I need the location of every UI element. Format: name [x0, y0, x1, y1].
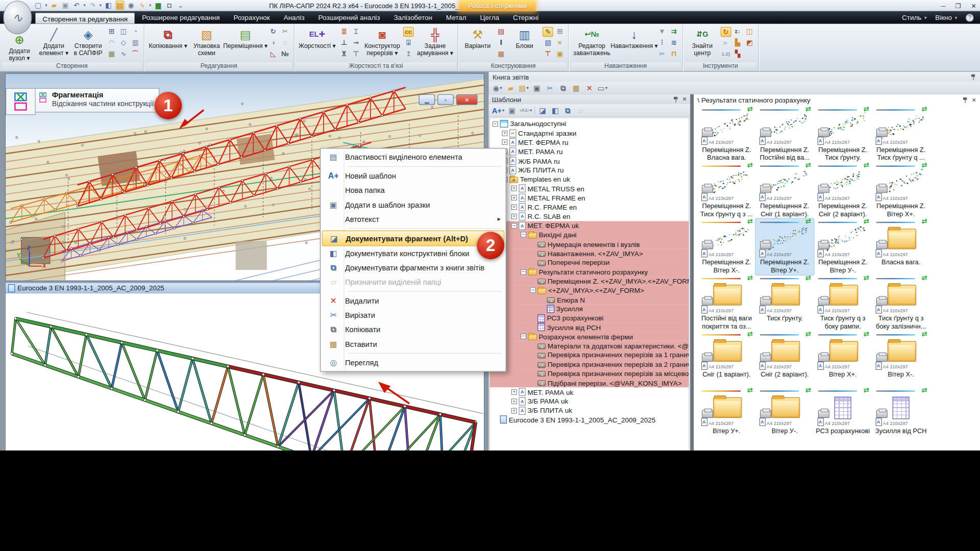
document-report-button[interactable]: ⧉ — [562, 105, 573, 115]
tree-item[interactable]: −ATemplates en uk — [490, 175, 689, 184]
mosaic-icon[interactable]: ◫ — [744, 27, 755, 37]
minimize-button[interactable]: ─ — [941, 2, 946, 9]
app-logo[interactable]: ∿ — [3, 1, 32, 34]
tree-item[interactable]: Зусилля — [490, 304, 689, 313]
tree-item[interactable]: Підібрані перерізи. <@VAR_KONS_IMYA> — [490, 378, 689, 387]
close-icon[interactable]: ✕ — [971, 96, 976, 103]
document-fragment-button[interactable]: ◪ — [537, 105, 548, 115]
copy-scheme-button[interactable]: ⧉Копіювання ▾ — [148, 26, 188, 50]
save-button[interactable]: ▣ — [532, 83, 542, 93]
palette-icon[interactable]: ▚ — [732, 49, 743, 60]
menu-item[interactable]: ▤Властивості виділеного елемента — [322, 150, 505, 164]
menu-item[interactable]: Нова папка — [322, 183, 505, 197]
swap-colors-icon[interactable]: ◩ — [744, 38, 755, 48]
child-close-button[interactable]: ✕ — [456, 94, 478, 105]
tree-item[interactable]: РСЗ розрахункові — [490, 313, 689, 322]
tree-item[interactable]: Поперечні перерізи — [490, 258, 689, 267]
expand-icon[interactable]: + — [511, 408, 517, 413]
tab-створення-та-редагування[interactable]: Створення та редагування — [35, 12, 135, 23]
rotate-icon[interactable]: ↻ — [268, 27, 279, 37]
numbering-icon[interactable]: 1.2) — [720, 49, 731, 60]
pack-scheme-button[interactable]: ▧Упаковкасхеми — [190, 26, 223, 57]
refresh-view-button[interactable]: ↻ — [720, 27, 731, 37]
tab-залізобетон[interactable]: Залізобетон — [387, 11, 439, 23]
print-button[interactable]: ▭▾ — [598, 83, 608, 93]
paste-button[interactable]: ▦ — [571, 83, 581, 93]
child-minimize-button[interactable]: ▁ — [419, 94, 435, 105]
tree-item[interactable]: +AЗ/Б ПЛИТА uk — [490, 406, 689, 415]
report-thumbnail[interactable]: ⇄AA4 210x297Постійні від вагипокриття та… — [698, 275, 756, 331]
cursor-select-icon[interactable]: ▹ — [720, 38, 731, 48]
find-center-button[interactable]: ⇵GЗнайтицентр — [686, 26, 719, 57]
support-icon[interactable]: ⊥ — [339, 38, 350, 48]
collapse-icon[interactable]: − — [493, 121, 498, 127]
report-thumbnail[interactable]: ⇄AA4 210x297Переміщення Z.Тиск ґрунту q … — [872, 106, 930, 162]
cylinder-icon[interactable]: ◫ — [118, 27, 129, 37]
tab-аналіз[interactable]: Аналіз — [277, 11, 311, 23]
move-scheme-button[interactable]: ▤Переміщення ▾ — [225, 26, 266, 50]
report-thumbnail[interactable]: ⇄AA4 210x297Тиск ґрунту q збоку залізнич… — [872, 275, 930, 331]
hammer-variants-button[interactable]: ⚒Варіанти — [461, 26, 494, 50]
rc-section-icon[interactable]: ▤ — [496, 27, 506, 37]
restore-button[interactable]: ❐ — [955, 2, 961, 9]
tree-item[interactable]: −AМЕТ. ФЕРМА uk — [490, 221, 689, 230]
section-builder-button[interactable]: ◙Конструкторперерізів ▾ — [363, 26, 401, 57]
report-thumbnail[interactable]: ⇄AA4 210x297Переміщення Z.Сніг (2 варіан… — [814, 162, 872, 218]
tree-item[interactable]: −Розрахунок елементів ферми — [490, 332, 689, 341]
erase-icon[interactable]: ◺ — [268, 49, 279, 60]
mark-icon[interactable]: ▣ — [554, 49, 565, 60]
close-button[interactable]: ✕ — [971, 2, 976, 9]
spring-icon[interactable]: ≣ — [339, 27, 350, 37]
distributed-load-icon[interactable]: ⫶ — [657, 38, 668, 48]
report-thumbnail[interactable]: ⇄AA4 210x297Переміщення Z.Вітер У+. — [755, 219, 814, 275]
collapse-icon[interactable]: − — [521, 269, 526, 274]
report-thumbnail[interactable]: ⇄AA4 210x297Переміщення Z.Власна вага. — [698, 106, 756, 162]
open-folder-button[interactable]: ▰ — [506, 83, 516, 93]
surface-fx-icon[interactable]: ∿ — [118, 49, 129, 60]
tree-item[interactable]: Переміщення Z. <+ZAV_IMYA>.<+ZAV_FORM> — [490, 277, 689, 286]
tree-item[interactable]: Перевірка призначених перерізів за місце… — [490, 369, 689, 378]
report-thumbnail[interactable]: ⇄AA4 210x297Власна вага. — [872, 219, 930, 275]
fragmentation-tool-button[interactable] — [6, 88, 36, 115]
expand-icon[interactable]: + — [511, 214, 517, 219]
expand-icon[interactable]: + — [502, 131, 507, 136]
contextual-tab-group[interactable]: Робота з стержнями — [459, 0, 535, 11]
tree-item[interactable]: Епюра N — [490, 295, 689, 304]
menu-item[interactable]: ▱Призначити виділеній папці — [322, 275, 505, 289]
storey-icon[interactable]: ≡ — [554, 38, 565, 48]
tree-item[interactable]: +AR.C. SLAB en — [490, 212, 689, 221]
tree-item[interactable]: +AЖ/Б РАМА ru — [490, 156, 689, 165]
tree-item[interactable]: −<+ZAV_IMYA>.<+ZAV_FORM> — [490, 286, 689, 295]
tab-цегла[interactable]: Цегла — [473, 11, 506, 23]
tab-розрахунок[interactable]: Розрахунок — [227, 11, 277, 23]
collapse-icon[interactable]: − — [521, 334, 526, 339]
crane-load-icon[interactable]: ⊓ — [669, 49, 679, 60]
pile-icon[interactable]: ⊻ — [339, 49, 350, 60]
tree-item[interactable]: Навантаження. <+ZAV_IMYA> — [490, 249, 689, 258]
report-thumbnail[interactable]: ⇄AA4 210x297Переміщення Z.Вітер У-. — [814, 219, 872, 275]
brick-icon[interactable]: ▦ — [496, 49, 506, 60]
edit-block-icon[interactable]: ✎ — [543, 27, 553, 37]
select-zoom-icon[interactable]: ◌ — [280, 38, 290, 48]
t-section-icon[interactable]: ⊤ — [543, 49, 553, 60]
hatch-icon[interactable]: ▨ — [543, 38, 553, 48]
arc-rail-icon[interactable]: ⌒ — [130, 49, 141, 60]
move-node-icon[interactable]: ◇ — [118, 38, 129, 48]
tree-item[interactable]: +AЗ/Б РАМА uk — [490, 396, 689, 406]
pin-icon[interactable] — [673, 96, 679, 103]
tree-item[interactable]: Матеріали та додаткові характеристики. <… — [490, 341, 689, 350]
snapshot-camera-button[interactable]: ◉▾ — [493, 83, 503, 93]
menu-item[interactable]: ⧉Копіювати — [322, 322, 505, 337]
tab-розширене-редагування[interactable]: Розширене редагування — [135, 11, 227, 23]
expand-icon[interactable]: + — [511, 389, 517, 395]
sapfir-button[interactable]: ◈Створитив САПФІР — [72, 26, 105, 57]
menu-item[interactable]: ✕Видалити — [322, 294, 505, 308]
menu-item[interactable]: ✂Вирізати — [322, 308, 505, 322]
report-thumbnail[interactable]: ⇄AA4 210x297Вітер У-. — [755, 387, 814, 443]
cut-button[interactable]: ✂ — [545, 83, 555, 93]
pin-icon[interactable] — [971, 73, 976, 80]
frame-icon[interactable]: ⊞ — [106, 27, 117, 37]
wall-icon[interactable]: ▦ — [106, 49, 117, 60]
report-thumbnail[interactable]: ⇄AA4 210x297Вітер X+. — [814, 331, 872, 387]
tab-метал[interactable]: Метал — [439, 11, 473, 23]
